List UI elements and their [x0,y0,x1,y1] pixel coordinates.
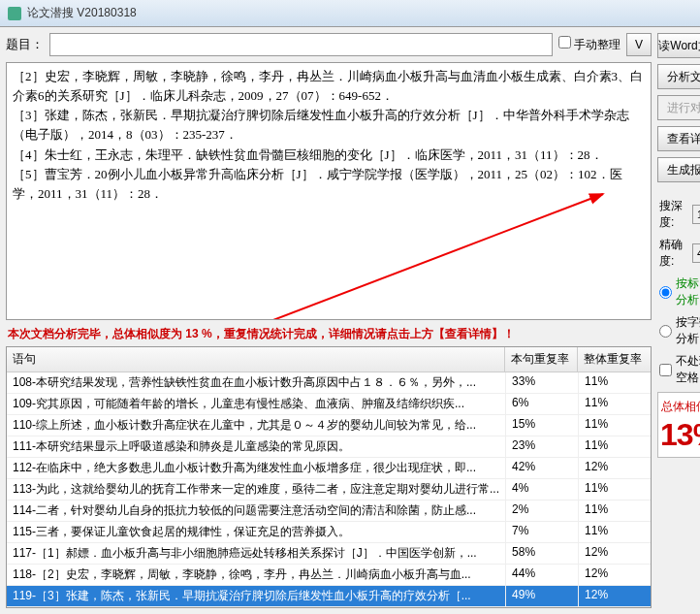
table-row[interactable]: 110-综上所述，血小板计数升高症状在儿童中，尤其是０～４岁的婴幼儿间较为常见，… [7,415,651,436]
table-cell: 33% [505,372,578,393]
accuracy-label: 精确度: [659,237,689,270]
by-punct-radio[interactable]: 按标点分析 [657,275,700,308]
table-row[interactable]: 112-在临床中，绝大多数患儿血小板计数升高为继发性血小板增多症，很少出现症状，… [7,458,651,479]
analyze-button[interactable]: 分析文档 [657,64,700,89]
table-row[interactable]: 109-究其原因，可能随着年龄的增长，儿童患有慢性感染、血液病、肿瘤及结缔织织疾… [7,394,651,415]
reference-line: ［5］曹宝芳．20例小儿血小板异常升高临床分析［J］．咸宁学院学报（医学版），2… [13,165,645,204]
table-cell: 12% [578,458,651,478]
table-row[interactable]: 115-三者，要保证儿童饮食起居的规律性，保证充足的营养摄入。7%11% [7,522,651,543]
similarity-label: 总体相似度 [660,399,700,415]
table-cell: 12% [578,543,651,564]
table-row[interactable]: 113-为此，这就给婴幼儿的抚育工作带来一定的难度，亟待二者，应注意定期对婴幼儿… [7,479,651,501]
table-cell: 108-本研究结果发现，营养性缺铁性贫血在血小板计数升高原因中占１８．６％，另外… [7,372,505,393]
by-chars-radio[interactable]: 按字数分析 [657,314,700,347]
app-icon [8,7,21,20]
title-bar: 论文潜搜 V20180318 [0,0,700,27]
table-row[interactable]: 111-本研究结果显示上呼吸道感染和肺炎是儿童感染的常见原因。23%11% [7,436,651,458]
col-overall-rate[interactable]: 整体重复率 [578,347,651,372]
table-cell: 11% [578,436,651,457]
table-cell: 6% [505,394,578,414]
compare-button: 进行对比 [657,95,700,120]
table-cell: 23% [505,436,578,457]
table-cell: 117-［1］郝嫖．血小板升高与非小细胞肺癌远处转移相关系探讨［J］．中国医学创… [7,543,505,564]
accuracy-select[interactable]: 4 [692,243,700,263]
depth-select[interactable]: 1 [692,205,700,224]
similarity-value: 13% [660,417,700,453]
table-cell: 42% [505,458,578,478]
table-cell: 11% [578,522,651,542]
depth-row: 搜深度: 1 [657,198,700,231]
table-row[interactable]: 108-本研究结果发现，营养性缺铁性贫血在血小板计数升高原因中占１８．６％，另外… [7,372,651,394]
table-cell: 12% [578,565,651,585]
table-cell: 4% [505,479,578,500]
manual-sort-checkbox[interactable]: 手动整理 [558,36,620,53]
results-table: 语句 本句重复率 整体重复率 108-本研究结果发现，营养性缺铁性贫血在血小板计… [6,346,652,608]
depth-label: 搜深度: [659,198,689,231]
table-cell: 113-为此，这就给婴幼儿的抚育工作带来一定的难度，亟待二者，应注意定期对婴幼儿… [7,479,505,500]
table-cell: 11% [578,372,651,393]
table-cell: 7% [505,522,578,542]
table-cell: 115-三者，要保证儿童饮食起居的规律性，保证充足的营养摄入。 [7,522,505,542]
table-cell: 58% [505,543,578,564]
read-word-button[interactable]: 读Word文档 [657,33,700,58]
report-button[interactable]: 生成报告 [657,157,700,182]
accuracy-row: 精确度: 4 [657,237,700,270]
table-cell: 11% [578,501,651,521]
table-row[interactable]: 119-［3］张建，陈杰，张新民．早期抗凝治疗脾切除后继发性血小板升高的疗效分析… [7,586,651,607]
reference-line: ［2］史宏，李晓辉，周敏，李晓静，徐鸣，李丹，冉丛兰．川崎病血小板升高与血清血小… [13,67,645,106]
table-cell: 111-本研究结果显示上呼吸道感染和肺炎是儿童感染的常见原因。 [7,436,505,457]
table-header: 语句 本句重复率 整体重复率 [7,347,651,372]
topic-row: 题目： 手动整理 V [6,33,652,56]
table-row[interactable]: 118-［2］史宏，李晓辉，周敏，李晓静，徐鸣，李丹，冉丛兰．川崎病血小板升高与… [7,565,651,586]
sidebar: 读Word文档 分析文档 进行对比 查看详情 生成报告 搜深度: 1 精确度: … [657,27,700,614]
col-sentence-rate[interactable]: 本句重复率 [505,347,578,372]
table-cell: 109-究其原因，可能随着年龄的增长，儿童患有慢性感染、血液病、肿瘤及结缔织织疾… [7,394,505,414]
detail-button[interactable]: 查看详情 [657,126,700,151]
table-cell: 11% [578,394,651,414]
table-row[interactable]: 114-二者，针对婴幼儿自身的抵抗力较低的问题需要注意活动空间的清洁和除菌，防止… [7,501,651,522]
table-cell: 110-综上所述，血小板计数升高症状在儿童中，尤其是０～４岁的婴幼儿间较为常见，… [7,415,505,436]
table-cell: 112-在临床中，绝大多数患儿血小板计数升高为继发性血小板增多症，很少出现症状，… [7,458,505,478]
reference-line: ［3］张建，陈杰，张新民．早期抗凝治疗脾切除后继发性血小板升高的疗效分析［J］．… [13,106,645,145]
reference-line: ［4］朱士红，王永志，朱理平．缺铁性贫血骨髓巨核细胞的变化［J］．临床医学，20… [13,145,645,165]
table-cell: 12% [578,586,651,606]
topic-label: 题目： [6,36,44,53]
table-cell: 44% [505,565,578,585]
table-row[interactable]: 117-［1］郝嫖．血小板升高与非小细胞肺癌远处转移相关系探讨［J］．中国医学创… [7,543,651,565]
v-button[interactable]: V [626,33,652,56]
table-cell: 11% [578,479,651,500]
svg-line-0 [172,194,603,320]
analysis-summary: 本次文档分析完毕，总体相似度为 13 %，重复情况统计完成，详细情况请点击上方【… [6,320,652,346]
no-space-checkbox[interactable]: 不处理空格 [657,353,700,386]
table-cell: 119-［3］张建，陈杰，张新民．早期抗凝治疗脾切除后继发性血小板升高的疗效分析… [7,586,505,606]
annotation-arrow [172,189,627,320]
table-cell: 2% [505,501,578,521]
topic-input[interactable] [49,33,553,56]
references-box[interactable]: ［2］史宏，李晓辉，周敏，李晓静，徐鸣，李丹，冉丛兰．川崎病血小板升高与血清血小… [6,62,652,320]
table-cell: 11% [578,415,651,436]
col-sentence[interactable]: 语句 [7,347,505,372]
window-title: 论文潜搜 V20180318 [27,5,137,21]
table-cell: 49% [505,586,578,606]
similarity-box: 总体相似度 13% [657,392,700,458]
table-cell: 118-［2］史宏，李晓辉，周敏，李晓静，徐鸣，李丹，冉丛兰．川崎病血小板升高与… [7,565,505,585]
table-cell: 114-二者，针对婴幼儿自身的抵抗力较低的问题需要注意活动空间的清洁和除菌，防止… [7,501,505,521]
table-cell: 15% [505,415,578,436]
